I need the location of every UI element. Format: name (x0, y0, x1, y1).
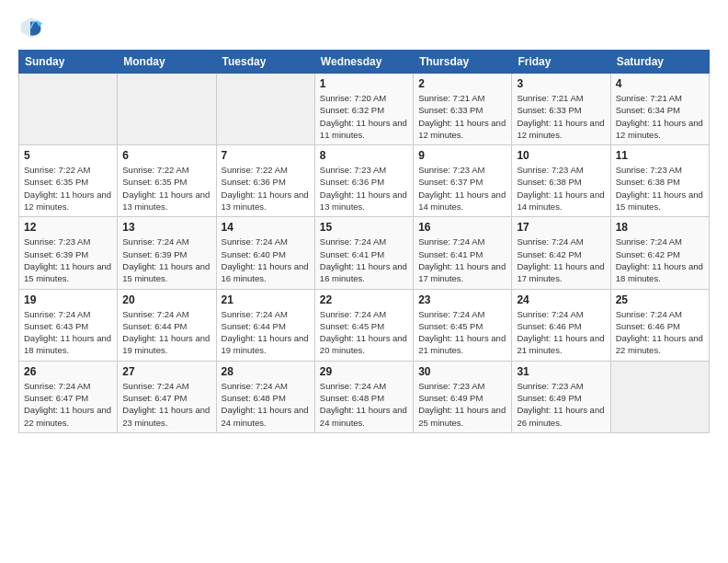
day-number: 26 (24, 365, 112, 378)
calendar-cell: 21Sunrise: 7:24 AM Sunset: 6:44 PM Dayli… (216, 289, 314, 361)
calendar-cell (610, 361, 709, 432)
day-number: 11 (616, 149, 704, 162)
day-info: Sunrise: 7:24 AM Sunset: 6:41 PM Dayligh… (418, 236, 506, 284)
page: SundayMondayTuesdayWednesdayThursdayFrid… (0, 0, 728, 563)
day-number: 19 (24, 293, 112, 306)
day-info: Sunrise: 7:21 AM Sunset: 6:33 PM Dayligh… (517, 92, 605, 141)
day-number: 10 (517, 149, 605, 162)
weekday-header-monday: Monday (118, 51, 216, 74)
day-info: Sunrise: 7:21 AM Sunset: 6:34 PM Dayligh… (616, 92, 704, 141)
day-number: 18 (616, 221, 704, 234)
calendar-cell: 30Sunrise: 7:23 AM Sunset: 6:49 PM Dayli… (414, 361, 512, 432)
day-info: Sunrise: 7:24 AM Sunset: 6:41 PM Dayligh… (320, 236, 408, 284)
day-number: 27 (122, 365, 210, 378)
day-number: 5 (24, 149, 112, 162)
day-number: 23 (418, 293, 506, 306)
calendar-cell (118, 74, 216, 145)
day-info: Sunrise: 7:23 AM Sunset: 6:38 PM Dayligh… (517, 164, 605, 213)
day-number: 3 (517, 77, 605, 90)
day-info: Sunrise: 7:24 AM Sunset: 6:48 PM Dayligh… (222, 380, 310, 429)
calendar-cell: 9Sunrise: 7:23 AM Sunset: 6:37 PM Daylig… (414, 145, 512, 217)
day-number: 25 (616, 293, 704, 306)
calendar-cell: 15Sunrise: 7:24 AM Sunset: 6:41 PM Dayli… (314, 217, 413, 289)
day-number: 15 (320, 221, 408, 234)
calendar-cell: 2Sunrise: 7:21 AM Sunset: 6:33 PM Daylig… (414, 74, 512, 145)
day-info: Sunrise: 7:24 AM Sunset: 6:46 PM Dayligh… (616, 308, 704, 357)
weekday-header-wednesday: Wednesday (314, 51, 413, 74)
calendar-cell: 29Sunrise: 7:24 AM Sunset: 6:48 PM Dayli… (314, 361, 413, 432)
day-info: Sunrise: 7:24 AM Sunset: 6:47 PM Dayligh… (122, 380, 210, 429)
calendar-cell: 3Sunrise: 7:21 AM Sunset: 6:33 PM Daylig… (512, 74, 610, 145)
calendar-cell: 19Sunrise: 7:24 AM Sunset: 6:43 PM Dayli… (19, 289, 118, 361)
day-info: Sunrise: 7:22 AM Sunset: 6:36 PM Dayligh… (222, 164, 310, 213)
day-number: 8 (320, 149, 408, 162)
weekday-header-row: SundayMondayTuesdayWednesdayThursdayFrid… (19, 51, 710, 74)
day-number: 6 (122, 149, 210, 162)
calendar-week-row: 26Sunrise: 7:24 AM Sunset: 6:47 PM Dayli… (19, 361, 710, 432)
weekday-header-tuesday: Tuesday (216, 51, 314, 74)
weekday-header-saturday: Saturday (610, 51, 709, 74)
day-number: 4 (616, 77, 704, 90)
day-info: Sunrise: 7:24 AM Sunset: 6:47 PM Dayligh… (24, 380, 112, 429)
calendar-cell: 10Sunrise: 7:23 AM Sunset: 6:38 PM Dayli… (512, 145, 610, 217)
day-info: Sunrise: 7:23 AM Sunset: 6:36 PM Dayligh… (320, 164, 408, 213)
calendar-cell: 25Sunrise: 7:24 AM Sunset: 6:46 PM Dayli… (610, 289, 709, 361)
day-number: 16 (418, 221, 506, 234)
calendar-week-row: 5Sunrise: 7:22 AM Sunset: 6:35 PM Daylig… (19, 145, 710, 217)
day-info: Sunrise: 7:24 AM Sunset: 6:48 PM Dayligh… (320, 380, 408, 429)
day-info: Sunrise: 7:23 AM Sunset: 6:49 PM Dayligh… (517, 380, 605, 429)
day-info: Sunrise: 7:24 AM Sunset: 6:45 PM Dayligh… (320, 308, 408, 357)
calendar-week-row: 1Sunrise: 7:20 AM Sunset: 6:32 PM Daylig… (19, 74, 710, 145)
calendar-cell: 13Sunrise: 7:24 AM Sunset: 6:39 PM Dayli… (118, 217, 216, 289)
calendar-table: SundayMondayTuesdayWednesdayThursdayFrid… (18, 50, 710, 433)
day-info: Sunrise: 7:23 AM Sunset: 6:38 PM Dayligh… (616, 164, 704, 213)
day-info: Sunrise: 7:24 AM Sunset: 6:44 PM Dayligh… (122, 308, 210, 357)
calendar-cell: 12Sunrise: 7:23 AM Sunset: 6:39 PM Dayli… (19, 217, 118, 289)
day-number: 30 (418, 365, 506, 378)
day-number: 22 (320, 293, 408, 306)
weekday-header-sunday: Sunday (19, 51, 118, 74)
day-info: Sunrise: 7:23 AM Sunset: 6:49 PM Dayligh… (418, 380, 506, 429)
day-info: Sunrise: 7:20 AM Sunset: 6:32 PM Dayligh… (320, 92, 408, 141)
calendar-cell: 8Sunrise: 7:23 AM Sunset: 6:36 PM Daylig… (314, 145, 413, 217)
logo (18, 15, 48, 40)
calendar-cell: 23Sunrise: 7:24 AM Sunset: 6:45 PM Dayli… (414, 289, 512, 361)
day-number: 1 (320, 77, 408, 90)
calendar-week-row: 19Sunrise: 7:24 AM Sunset: 6:43 PM Dayli… (19, 289, 710, 361)
logo-icon (18, 15, 44, 40)
calendar-cell: 11Sunrise: 7:23 AM Sunset: 6:38 PM Dayli… (610, 145, 709, 217)
day-number: 14 (222, 221, 310, 234)
day-number: 7 (222, 149, 310, 162)
day-number: 28 (222, 365, 310, 378)
day-info: Sunrise: 7:22 AM Sunset: 6:35 PM Dayligh… (122, 164, 210, 213)
calendar-cell: 20Sunrise: 7:24 AM Sunset: 6:44 PM Dayli… (118, 289, 216, 361)
calendar-cell: 1Sunrise: 7:20 AM Sunset: 6:32 PM Daylig… (314, 74, 413, 145)
calendar-cell: 7Sunrise: 7:22 AM Sunset: 6:36 PM Daylig… (216, 145, 314, 217)
calendar-cell: 6Sunrise: 7:22 AM Sunset: 6:35 PM Daylig… (118, 145, 216, 217)
header (18, 15, 710, 40)
calendar-week-row: 12Sunrise: 7:23 AM Sunset: 6:39 PM Dayli… (19, 217, 710, 289)
day-number: 13 (122, 221, 210, 234)
day-info: Sunrise: 7:24 AM Sunset: 6:40 PM Dayligh… (222, 236, 310, 284)
weekday-header-friday: Friday (512, 51, 610, 74)
calendar-cell: 31Sunrise: 7:23 AM Sunset: 6:49 PM Dayli… (512, 361, 610, 432)
calendar-cell: 18Sunrise: 7:24 AM Sunset: 6:42 PM Dayli… (610, 217, 709, 289)
calendar-cell: 17Sunrise: 7:24 AM Sunset: 6:42 PM Dayli… (512, 217, 610, 289)
day-info: Sunrise: 7:22 AM Sunset: 6:35 PM Dayligh… (24, 164, 112, 213)
calendar-cell: 4Sunrise: 7:21 AM Sunset: 6:34 PM Daylig… (610, 74, 709, 145)
calendar-cell (216, 74, 314, 145)
day-info: Sunrise: 7:24 AM Sunset: 6:45 PM Dayligh… (418, 308, 506, 357)
day-number: 21 (222, 293, 310, 306)
calendar-cell: 27Sunrise: 7:24 AM Sunset: 6:47 PM Dayli… (118, 361, 216, 432)
day-number: 29 (320, 365, 408, 378)
calendar-cell: 16Sunrise: 7:24 AM Sunset: 6:41 PM Dayli… (414, 217, 512, 289)
day-number: 20 (122, 293, 210, 306)
calendar-cell: 5Sunrise: 7:22 AM Sunset: 6:35 PM Daylig… (19, 145, 118, 217)
day-number: 2 (418, 77, 506, 90)
day-number: 31 (517, 365, 605, 378)
calendar-cell: 26Sunrise: 7:24 AM Sunset: 6:47 PM Dayli… (19, 361, 118, 432)
day-info: Sunrise: 7:24 AM Sunset: 6:43 PM Dayligh… (24, 308, 112, 357)
calendar-cell: 14Sunrise: 7:24 AM Sunset: 6:40 PM Dayli… (216, 217, 314, 289)
day-number: 17 (517, 221, 605, 234)
calendar-cell: 28Sunrise: 7:24 AM Sunset: 6:48 PM Dayli… (216, 361, 314, 432)
